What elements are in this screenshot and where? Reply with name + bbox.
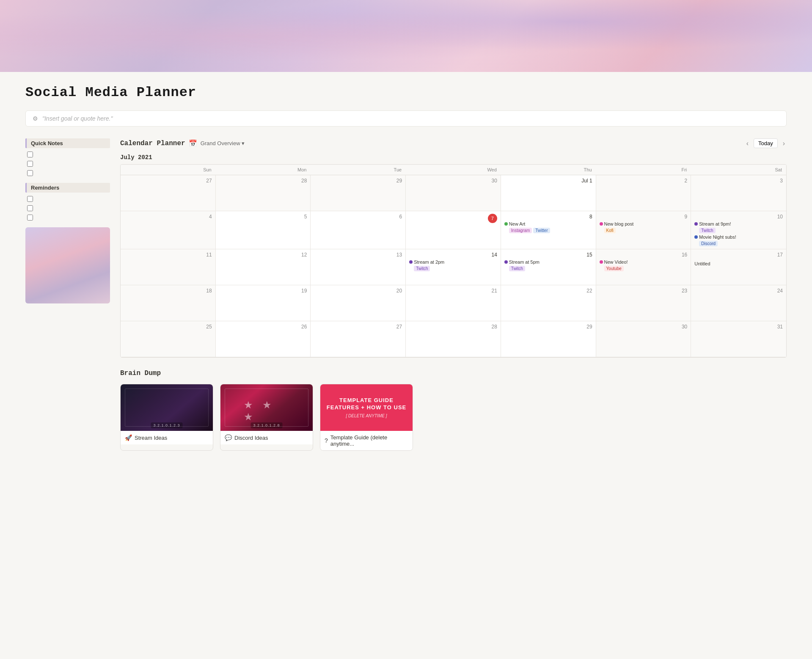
sidebar: Quick Notes Reminders xyxy=(25,138,110,303)
calendar-cell[interactable]: 23 xyxy=(596,285,691,321)
calendar-cell[interactable]: 28 xyxy=(406,321,501,357)
event-text: Stream at 2pm xyxy=(414,259,444,265)
rocket-icon: 🚀 xyxy=(125,434,132,441)
list-item xyxy=(27,161,108,167)
template-guide-card[interactable]: TEMPLATE GUIDEFEATURES + HOW TO USE [ DE… xyxy=(320,384,413,451)
page-banner xyxy=(0,0,812,72)
goal-text: "Insert goal or quote here." xyxy=(42,115,113,122)
today-button[interactable]: Today xyxy=(754,138,778,148)
stream-ideas-card[interactable]: 3.2.1.0.1.2.3 🚀 Stream Ideas xyxy=(120,384,213,451)
prev-month-button[interactable]: ‹ xyxy=(745,139,750,148)
calendar-cell[interactable]: 26 xyxy=(216,321,311,357)
cell-date: 21 xyxy=(409,288,497,294)
calendar-body: 27 28 29 30 Jul 1 2 3 4 5 6 7 8 xyxy=(121,175,786,357)
calendar-cell[interactable]: Jul 1 xyxy=(501,175,596,211)
calendar-title: Calendar Planner 📅 Grand Overview ▾ xyxy=(120,139,245,148)
calendar-cell[interactable]: 30 xyxy=(596,321,691,357)
cell-date: 18 xyxy=(124,288,212,294)
event-text: Stream at 9pm! xyxy=(699,221,731,226)
event-dot xyxy=(694,222,698,226)
discord-ideas-card[interactable]: 3.2.1.0.1.2.8 💬 Discord Ideas xyxy=(220,384,313,451)
calendar-cell[interactable]: 5 xyxy=(216,211,311,249)
event-text: New blog post xyxy=(604,221,634,226)
calendar-cell[interactable]: 21 xyxy=(406,285,501,321)
calendar-cell[interactable]: 20 xyxy=(311,285,406,321)
calendar-cell[interactable]: 8 New Art Instagram Twitter xyxy=(501,211,596,249)
goal-bar[interactable]: ⚙ "Insert goal or quote here." xyxy=(25,110,787,127)
stream-ideas-label: 🚀 Stream Ideas xyxy=(121,431,213,444)
day-fri: Fri xyxy=(596,165,691,175)
day-mon: Mon xyxy=(216,165,311,175)
cell-date: 30 xyxy=(600,324,688,330)
tag-discord: Discord xyxy=(699,241,718,246)
calendar-cell[interactable]: 28 xyxy=(216,175,311,211)
cell-date: 27 xyxy=(124,178,212,184)
next-month-button[interactable]: › xyxy=(781,139,787,148)
cell-date: 26 xyxy=(219,324,307,330)
calendar-cell[interactable]: 9 New blog post Kofi xyxy=(596,211,691,249)
calendar-cell[interactable]: 27 xyxy=(121,175,216,211)
calendar-cell[interactable]: 29 xyxy=(311,175,406,211)
list-item xyxy=(27,152,108,157)
calendar-cell[interactable]: 3 xyxy=(691,175,786,211)
calendar-cell[interactable]: 15 Stream at 5pm Twitch xyxy=(501,249,596,285)
quick-note-checkbox-2[interactable] xyxy=(27,161,33,167)
calendar-cell[interactable]: 11 xyxy=(121,249,216,285)
calendar-cell[interactable]: 19 xyxy=(216,285,311,321)
calendar-cell[interactable]: 13 xyxy=(311,249,406,285)
cell-date: 8 xyxy=(504,214,592,220)
cell-date: 29 xyxy=(314,178,402,184)
event-dot xyxy=(600,222,603,226)
cell-date: 23 xyxy=(600,288,688,294)
view-selector[interactable]: Grand Overview ▾ xyxy=(201,140,245,146)
day-thu: Thu xyxy=(501,165,596,175)
calendar-grid: Sun Mon Tue Wed Thu Fri Sat 27 28 29 30 … xyxy=(120,164,787,358)
calendar-event: Stream at 9pm! xyxy=(694,221,783,226)
reminder-checkbox-1[interactable] xyxy=(27,196,33,202)
cell-date: 27 xyxy=(314,324,402,330)
reminders-section: Reminders xyxy=(25,183,110,221)
template-guide-image: TEMPLATE GUIDEFEATURES + HOW TO USE [ DE… xyxy=(320,384,413,431)
calendar-cell[interactable]: 22 xyxy=(501,285,596,321)
day-sun: Sun xyxy=(121,165,216,175)
cell-date: 30 xyxy=(409,178,497,184)
discord-ideas-label: 💬 Discord Ideas xyxy=(220,431,313,444)
calendar-cell[interactable]: 7 xyxy=(406,211,501,249)
cell-date: Jul 1 xyxy=(504,178,592,184)
calendar-cell[interactable]: 17 Untitled xyxy=(691,249,786,285)
tag-twitch: Twitch xyxy=(509,266,525,271)
event-dot xyxy=(504,222,508,226)
cell-date-today: 7 xyxy=(488,214,497,223)
calendar-cell[interactable]: 2 xyxy=(596,175,691,211)
page-title: Social Media Planner xyxy=(25,85,787,100)
calendar-cell[interactable]: 30 xyxy=(406,175,501,211)
quick-note-checkbox-1[interactable] xyxy=(27,152,33,157)
calendar-event: New Video! xyxy=(600,259,688,265)
cell-date: 11 xyxy=(124,252,212,258)
calendar-cell[interactable]: 29 xyxy=(501,321,596,357)
tag-youtube: Youtube xyxy=(604,266,624,271)
calendar-cell[interactable]: 31 xyxy=(691,321,786,357)
cell-date: 3 xyxy=(694,178,783,184)
calendar-cell[interactable]: 6 xyxy=(311,211,406,249)
calendar-days-header: Sun Mon Tue Wed Thu Fri Sat xyxy=(121,165,786,175)
event-text-untitled: Untitled xyxy=(694,261,710,266)
calendar-cell[interactable]: 16 New Video! Youtube xyxy=(596,249,691,285)
calendar-cell[interactable]: 10 Stream at 9pm! Twitch Movie Night sub… xyxy=(691,211,786,249)
calendar-cell[interactable]: 14 Stream at 2pm Twitch xyxy=(406,249,501,285)
calendar-cell[interactable]: 4 xyxy=(121,211,216,249)
calendar-cell[interactable]: 27 xyxy=(311,321,406,357)
brain-dump-title: Brain Dump xyxy=(120,369,787,377)
calendar-event: New blog post xyxy=(600,221,688,226)
quick-note-checkbox-3[interactable] xyxy=(27,170,33,176)
cell-date: 15 xyxy=(504,252,592,258)
calendar-cell[interactable]: 24 xyxy=(691,285,786,321)
reminder-checkbox-3[interactable] xyxy=(27,215,33,221)
chevron-down-icon: ▾ xyxy=(242,140,245,146)
gear-icon: ⚙ xyxy=(33,115,38,122)
calendar-cell[interactable]: 25 xyxy=(121,321,216,357)
reminder-checkbox-2[interactable] xyxy=(27,205,33,211)
calendar-cell[interactable]: 18 xyxy=(121,285,216,321)
cell-date: 20 xyxy=(314,288,402,294)
calendar-cell[interactable]: 12 xyxy=(216,249,311,285)
